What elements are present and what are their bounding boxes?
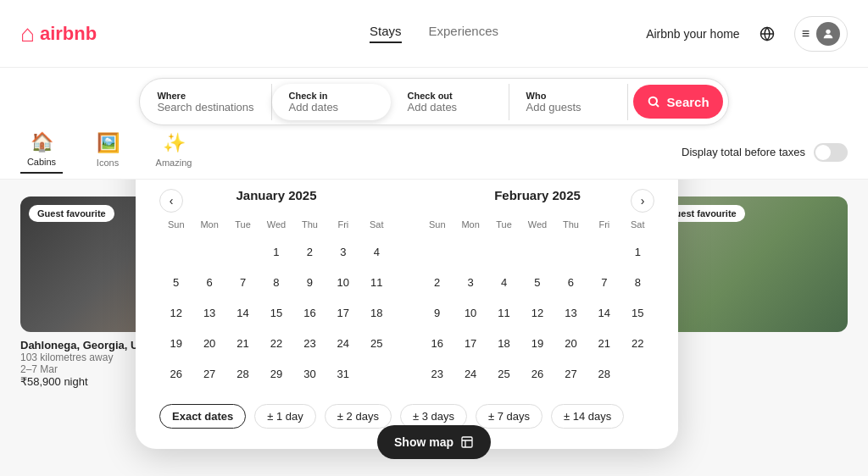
- cal-day: [196, 238, 223, 265]
- checkin-segment[interactable]: Check in Add dates: [272, 84, 391, 120]
- cal-day[interactable]: 19: [163, 329, 190, 357]
- cal-day[interactable]: 19: [524, 329, 551, 357]
- category-icons[interactable]: 🖼️ Icons: [86, 132, 129, 173]
- cal-day[interactable]: 15: [624, 299, 651, 326]
- cal-week-row: 1: [420, 236, 654, 267]
- next-month-button[interactable]: ›: [631, 189, 654, 213]
- days-of-week-row: Sun Mon Tue Wed Thu Fri Sat: [420, 216, 654, 233]
- cal-day[interactable]: 25: [491, 360, 518, 387]
- cal-day: [524, 238, 551, 265]
- cal-day[interactable]: 16: [424, 329, 451, 357]
- cal-day[interactable]: 4: [363, 238, 390, 265]
- cal-day[interactable]: 20: [196, 329, 223, 357]
- cal-day[interactable]: 11: [363, 268, 390, 296]
- prev-month-button[interactable]: ‹: [159, 189, 183, 213]
- cal-day[interactable]: 22: [263, 329, 290, 357]
- category-cabins[interactable]: 🏠 Cabins: [20, 131, 63, 174]
- user-avatar: [816, 22, 840, 46]
- cal-day[interactable]: 26: [163, 360, 190, 387]
- nav-experiences[interactable]: Experiences: [428, 24, 498, 43]
- february-calendar: February 2025 › Sun Mon Tue Wed Thu Fri …: [420, 188, 654, 389]
- cal-day[interactable]: 4: [491, 268, 518, 296]
- cal-day[interactable]: 7: [230, 268, 257, 296]
- nav-stays[interactable]: Stays: [370, 24, 402, 43]
- cal-day[interactable]: 7: [591, 268, 618, 296]
- cal-day[interactable]: 24: [457, 360, 484, 387]
- cal-day[interactable]: 6: [196, 268, 223, 296]
- who-segment[interactable]: Who Add guests: [509, 84, 628, 120]
- cal-day[interactable]: 2: [296, 238, 323, 265]
- listing-card[interactable]: Guest favourite: [651, 196, 848, 469]
- search-bar: Where Search destinations Check in Add d…: [139, 78, 728, 125]
- cal-day[interactable]: 12: [524, 299, 551, 326]
- cal-day[interactable]: 5: [524, 268, 551, 296]
- cal-day[interactable]: 21: [591, 329, 618, 357]
- cal-day[interactable]: 27: [557, 360, 584, 387]
- cal-day[interactable]: 1: [624, 238, 651, 265]
- cal-day[interactable]: 20: [557, 329, 584, 357]
- cal-day[interactable]: 1: [263, 238, 290, 265]
- checkin-label: Check in: [289, 91, 374, 101]
- cal-day[interactable]: 10: [457, 299, 484, 326]
- cal-day[interactable]: 17: [457, 329, 484, 357]
- cal-day[interactable]: 8: [624, 268, 651, 296]
- cal-week-row: 2345678: [420, 267, 654, 297]
- cal-day[interactable]: 24: [330, 329, 357, 357]
- cal-day[interactable]: 15: [263, 299, 290, 326]
- language-button[interactable]: [754, 20, 781, 47]
- cal-day[interactable]: 11: [491, 299, 518, 326]
- cal-day[interactable]: 28: [230, 360, 257, 387]
- cal-day[interactable]: 23: [424, 360, 451, 387]
- cal-day: [624, 360, 651, 387]
- cal-day[interactable]: 5: [163, 268, 190, 296]
- cal-day[interactable]: 26: [524, 360, 551, 387]
- flex-chip[interactable]: ± 7 days: [476, 404, 542, 429]
- cal-day[interactable]: 9: [424, 299, 451, 326]
- flex-chip[interactable]: ± 1 day: [254, 404, 316, 429]
- svg-point-2: [648, 97, 656, 105]
- flex-chip[interactable]: ± 2 days: [325, 404, 392, 429]
- cal-day[interactable]: 25: [363, 329, 390, 357]
- airbnb-home-link[interactable]: Airbnb your home: [646, 27, 740, 41]
- cal-day[interactable]: 8: [263, 268, 290, 296]
- cal-week-row: 12131415161718: [159, 297, 393, 328]
- logo-text: airbnb: [40, 23, 97, 45]
- checkout-segment[interactable]: Check out Add dates: [391, 84, 509, 120]
- cal-day[interactable]: 18: [491, 329, 518, 357]
- cal-day: [363, 360, 390, 387]
- user-menu[interactable]: ≡: [794, 16, 848, 52]
- cal-day[interactable]: 14: [230, 299, 257, 326]
- cal-day[interactable]: 6: [557, 268, 584, 296]
- flex-chip[interactable]: ± 14 days: [551, 404, 624, 429]
- logo[interactable]: ⌂ airbnb: [20, 20, 97, 47]
- cal-day[interactable]: 16: [296, 299, 323, 326]
- cal-day[interactable]: 17: [330, 299, 357, 326]
- search-button[interactable]: Search: [633, 85, 723, 119]
- cal-day[interactable]: 3: [330, 238, 357, 265]
- cal-day[interactable]: 18: [363, 299, 390, 326]
- flex-chip[interactable]: Exact dates: [159, 404, 246, 429]
- where-value: Search destinations: [157, 101, 253, 113]
- cal-day[interactable]: 30: [296, 360, 323, 387]
- cal-day[interactable]: 3: [457, 268, 484, 296]
- where-label: Where: [157, 91, 253, 101]
- cal-day[interactable]: 31: [330, 360, 357, 387]
- cal-day[interactable]: 21: [230, 329, 257, 357]
- cal-day[interactable]: 2: [424, 268, 451, 296]
- where-segment[interactable]: Where Search destinations: [140, 84, 271, 120]
- show-map-button[interactable]: Show map: [377, 425, 491, 459]
- cal-day[interactable]: 14: [591, 299, 618, 326]
- cal-day[interactable]: 12: [163, 299, 190, 326]
- display-tax-switch[interactable]: [814, 143, 848, 162]
- cal-day[interactable]: 28: [591, 360, 618, 387]
- cal-day[interactable]: 29: [263, 360, 290, 387]
- cal-day[interactable]: 13: [196, 299, 223, 326]
- cal-day[interactable]: 10: [330, 268, 357, 296]
- category-amazing[interactable]: ✨ Amazing: [153, 132, 195, 173]
- cal-day[interactable]: 22: [624, 329, 651, 357]
- cal-day[interactable]: 23: [296, 329, 323, 357]
- cal-day[interactable]: 9: [296, 268, 323, 296]
- cal-day[interactable]: 13: [557, 299, 584, 326]
- icons-icon: 🖼️: [97, 132, 120, 154]
- cal-day[interactable]: 27: [196, 360, 223, 387]
